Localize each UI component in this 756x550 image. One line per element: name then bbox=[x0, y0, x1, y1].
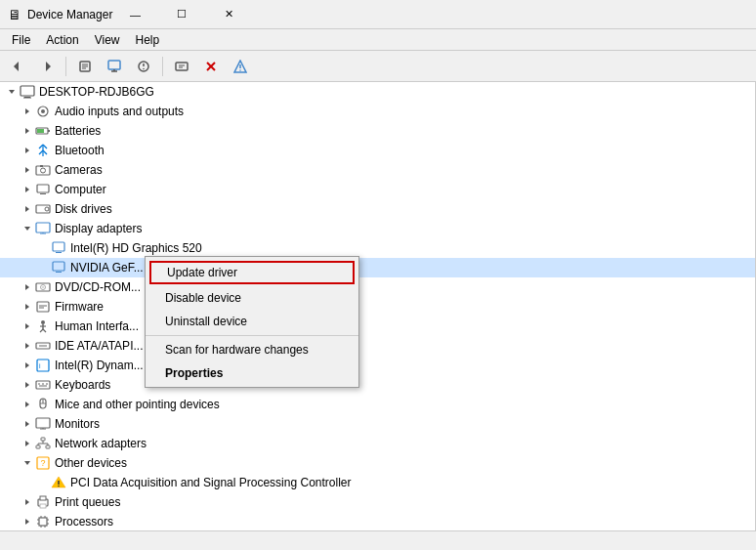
svg-marker-1 bbox=[46, 62, 51, 71]
tree-item[interactable]: Print queues bbox=[0, 492, 755, 512]
toolbar-back[interactable] bbox=[4, 54, 31, 79]
tree-item-label: Cameras bbox=[55, 163, 103, 177]
expand-icon[interactable] bbox=[20, 104, 35, 119]
expand-icon[interactable] bbox=[20, 221, 35, 236]
title-bar: 🖥 Device Manager — ☐ ✕ bbox=[0, 0, 756, 29]
toolbar-forward[interactable] bbox=[33, 54, 61, 79]
svg-marker-97 bbox=[24, 461, 30, 465]
expand-icon[interactable] bbox=[20, 318, 35, 334]
menu-item-help[interactable]: Help bbox=[128, 31, 168, 49]
expand-icon[interactable] bbox=[20, 182, 35, 197]
expand-icon[interactable] bbox=[20, 377, 35, 393]
expand-icon[interactable] bbox=[20, 494, 35, 510]
computer-icon bbox=[20, 84, 35, 100]
keyboard-icon bbox=[35, 377, 51, 393]
tree-item[interactable]: Keyboards bbox=[0, 375, 755, 395]
tree-item[interactable]: Mice and other pointing devices bbox=[0, 395, 755, 414]
context-menu-item-disable-device[interactable]: Disable device bbox=[146, 286, 358, 310]
svg-rect-60 bbox=[37, 302, 49, 312]
tree-item[interactable]: NVIDIA GeF... bbox=[0, 258, 755, 277]
warning-icon bbox=[51, 475, 66, 490]
tree-item[interactable]: PCI Data Acquisition and Signal Processi… bbox=[0, 473, 755, 492]
expand-icon[interactable] bbox=[20, 416, 35, 432]
tree-item[interactable]: Processors bbox=[0, 512, 755, 530]
maximize-button[interactable]: ☐ bbox=[159, 0, 204, 29]
expand-icon[interactable] bbox=[35, 240, 51, 256]
expand-icon[interactable] bbox=[20, 143, 35, 158]
tree-item[interactable]: Firmware bbox=[0, 297, 755, 317]
minimize-button[interactable]: — bbox=[112, 0, 157, 29]
tree-item[interactable]: DVD/CD-ROM... bbox=[0, 277, 755, 297]
tree-item[interactable]: Disk drives bbox=[0, 199, 755, 219]
tree-item[interactable]: Bluetooth bbox=[0, 141, 755, 160]
tree-item[interactable]: Audio inputs and outputs bbox=[0, 102, 755, 121]
expand-icon[interactable] bbox=[35, 260, 51, 275]
svg-text:?: ? bbox=[41, 458, 46, 468]
tree-item[interactable]: ?Other devices bbox=[0, 453, 755, 473]
context-menu-item-scan-for-hardware-changes[interactable]: Scan for hardware changes bbox=[146, 338, 358, 361]
context-menu-item-uninstall-device[interactable]: Uninstall device bbox=[146, 310, 358, 333]
expand-icon[interactable] bbox=[20, 397, 35, 412]
tree-item[interactable]: Monitors bbox=[0, 414, 755, 434]
tree-item-label: Bluetooth bbox=[55, 144, 105, 157]
svg-marker-69 bbox=[25, 343, 29, 349]
expand-icon[interactable] bbox=[20, 279, 35, 295]
expand-icon[interactable] bbox=[20, 514, 35, 529]
expand-icon[interactable] bbox=[20, 162, 35, 178]
tree-item[interactable]: Human Interfa... bbox=[0, 317, 755, 336]
tree-item-label: DESKTOP-RDJB6GG bbox=[39, 85, 154, 99]
expand-icon[interactable] bbox=[20, 201, 35, 217]
expand-icon[interactable] bbox=[20, 455, 35, 471]
svg-line-68 bbox=[43, 329, 46, 332]
tree-item[interactable]: Network adapters bbox=[0, 434, 755, 453]
tree-item[interactable]: DESKTOP-RDJB6GG bbox=[0, 82, 755, 102]
computer2-icon bbox=[35, 182, 51, 197]
svg-rect-21 bbox=[21, 86, 34, 96]
device-icon bbox=[51, 260, 66, 275]
toolbar bbox=[0, 51, 756, 82]
bluetooth-icon bbox=[35, 143, 51, 158]
tree-item[interactable]: Intel(R) HD Graphics 520 bbox=[0, 238, 755, 258]
expand-icon[interactable] bbox=[20, 338, 35, 354]
menu-item-view[interactable]: View bbox=[87, 31, 128, 49]
svg-rect-76 bbox=[36, 381, 50, 389]
svg-rect-108 bbox=[39, 518, 47, 526]
status-bar bbox=[0, 530, 756, 550]
expand-icon[interactable] bbox=[35, 475, 51, 490]
toolbar-update-driver[interactable] bbox=[101, 54, 128, 79]
svg-rect-54 bbox=[56, 272, 62, 273]
expand-icon[interactable] bbox=[4, 84, 20, 100]
tree-item[interactable]: Display adapters bbox=[0, 219, 755, 238]
menu-item-action[interactable]: Action bbox=[38, 31, 86, 49]
expand-icon[interactable] bbox=[20, 123, 35, 139]
toolbar-add-legacy[interactable] bbox=[227, 54, 254, 79]
tree-item-label: Processors bbox=[55, 515, 113, 529]
tree-item[interactable]: Batteries bbox=[0, 121, 755, 141]
tree-item[interactable]: Computer bbox=[0, 180, 755, 199]
tree-item[interactable]: iIntel(R) Dynam... bbox=[0, 356, 755, 375]
tree-item-label: Disk drives bbox=[55, 202, 112, 216]
tree-item[interactable]: IDE ATA/ATAPI... bbox=[0, 336, 755, 356]
svg-rect-6 bbox=[108, 61, 120, 69]
display-icon bbox=[35, 221, 51, 236]
expand-icon[interactable] bbox=[20, 436, 35, 451]
toolbar-scan-changes[interactable] bbox=[168, 54, 195, 79]
expand-icon[interactable] bbox=[20, 358, 35, 373]
context-menu-item-update-driver[interactable]: Update driver bbox=[149, 261, 355, 284]
toolbar-properties[interactable] bbox=[71, 54, 99, 79]
firmware-icon bbox=[35, 299, 51, 315]
tree-item-label: Other devices bbox=[55, 456, 127, 470]
expand-icon[interactable] bbox=[20, 299, 35, 315]
context-menu-item-properties[interactable]: Properties bbox=[146, 361, 358, 385]
tree-item-label: Firmware bbox=[55, 300, 104, 314]
context-menu: Update driverDisable deviceUninstall dev… bbox=[145, 256, 359, 388]
menu-item-file[interactable]: File bbox=[4, 31, 38, 49]
tree-item-label: DVD/CD-ROM... bbox=[55, 280, 141, 294]
toolbar-show-hidden[interactable] bbox=[130, 54, 157, 79]
device-tree[interactable]: DESKTOP-RDJB6GGAudio inputs and outputsB… bbox=[0, 82, 756, 530]
toolbar-uninstall[interactable] bbox=[197, 54, 225, 79]
tree-item[interactable]: Cameras bbox=[0, 160, 755, 180]
app-icon: 🖥 bbox=[8, 7, 21, 22]
close-button[interactable]: ✕ bbox=[206, 0, 251, 29]
device-icon bbox=[51, 240, 66, 256]
